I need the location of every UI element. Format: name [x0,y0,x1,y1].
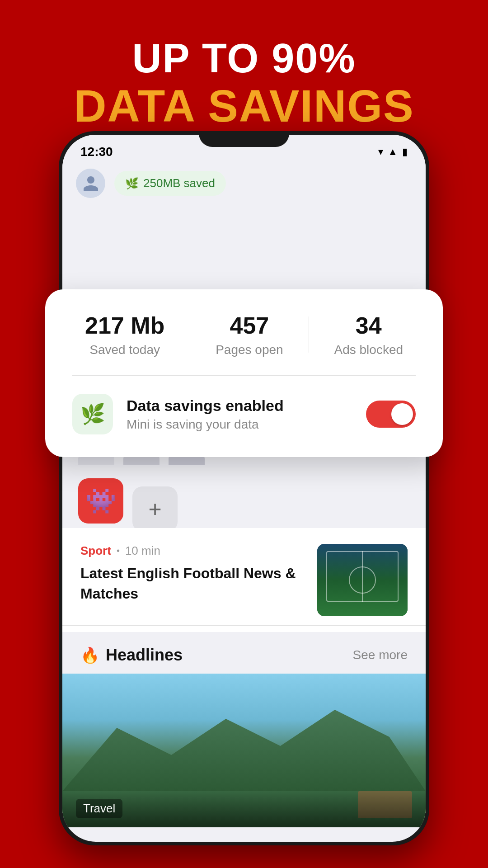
headline-tag: Travel [76,799,122,818]
status-icons: ▾ ▲ ▮ [378,146,408,158]
news-thumbnail [317,544,408,616]
mountain-shape [62,701,426,791]
phone-notch [199,131,289,147]
stat-pages-open: 457 Pages open [216,312,283,357]
phone-screen: 12:30 ▾ ▲ ▮ 🌿 2 [62,135,426,842]
reddit-icon-wrapper[interactable]: 👾 [78,478,123,524]
savings-row: 🌿 Data savings enabled Mini is saving yo… [72,376,416,434]
savings-icon-wrap: 🌿 [72,394,113,434]
stat-saved-today: 217 Mb Saved today [85,312,164,357]
ads-blocked-value: 34 [334,312,403,339]
speedometer-icon: 🌿 [80,402,105,426]
phone-frame: 12:30 ▾ ▲ ▮ 🌿 2 [59,131,429,845]
browser-bar: 🌿 250MB saved [62,162,426,205]
user-icon [82,175,100,193]
headlines-left: 🔥 Headlines [80,646,183,665]
headline-image[interactable]: Travel [62,674,426,827]
hero-line2: DATA SAVINGS [0,81,488,131]
avatar[interactable] [76,169,105,198]
ads-blocked-label: Ads blocked [334,343,403,357]
headlines-header: 🔥 Headlines See more [62,632,426,674]
news-text: Sport • 10 min Latest English Football N… [80,544,304,604]
reddit-icon: 👾 [85,486,117,516]
battery-icon: ▮ [402,146,408,158]
savings-title: Data savings enabled [127,397,352,415]
stat-divider-1 [190,316,190,353]
stats-card: 217 Mb Saved today 457 Pages open 34 Ads… [45,289,443,457]
headlines-section: 🔥 Headlines See more Travel [62,632,426,827]
news-section: Sport • 10 min Latest English Football N… [62,528,426,632]
fire-icon: 🔥 [80,646,99,664]
stat-divider-2 [309,316,309,353]
headlines-title: Headlines [106,646,183,665]
stat-ads-blocked: 34 Ads blocked [334,312,403,357]
news-title: Latest English Football News & Matches [80,563,304,604]
pages-open-value: 457 [216,312,283,339]
data-savings-badge[interactable]: 🌿 250MB saved [114,171,226,196]
toggle-knob [391,403,413,425]
wifi-icon: ▾ [378,146,383,158]
data-savings-toggle[interactable] [366,401,416,428]
signal-icon: ▲ [388,146,398,158]
center-circle [349,566,376,594]
hero-section: UP TO 90% DATA SAVINGS [0,0,488,149]
news-time: 10 min [125,544,160,558]
savings-text-block: Data savings enabled Mini is saving your… [127,397,352,432]
status-time: 12:30 [80,145,113,159]
football-field-image [317,544,408,616]
news-item[interactable]: Sport • 10 min Latest English Football N… [80,544,408,616]
plus-icon: + [148,496,161,522]
news-category: Sport [80,544,111,558]
leaf-icon: 🌿 [125,177,139,190]
saved-amount: 250MB saved [143,176,215,190]
image-overlay: Travel [62,790,426,827]
savings-subtitle: Mini is saving your data [127,417,352,432]
stats-row: 217 Mb Saved today 457 Pages open 34 Ads… [72,312,416,376]
saved-today-label: Saved today [85,343,164,357]
hero-line1: UP TO 90% [0,36,488,81]
divider [62,625,426,626]
news-dot: • [117,546,120,556]
see-more-link[interactable]: See more [353,648,408,662]
news-meta: Sport • 10 min [80,544,304,558]
pages-open-label: Pages open [216,343,283,357]
phone-body: 12:30 ▾ ▲ ▮ 🌿 2 [59,131,429,845]
add-tab-button[interactable]: + [132,486,178,532]
saved-today-value: 217 Mb [85,312,164,339]
